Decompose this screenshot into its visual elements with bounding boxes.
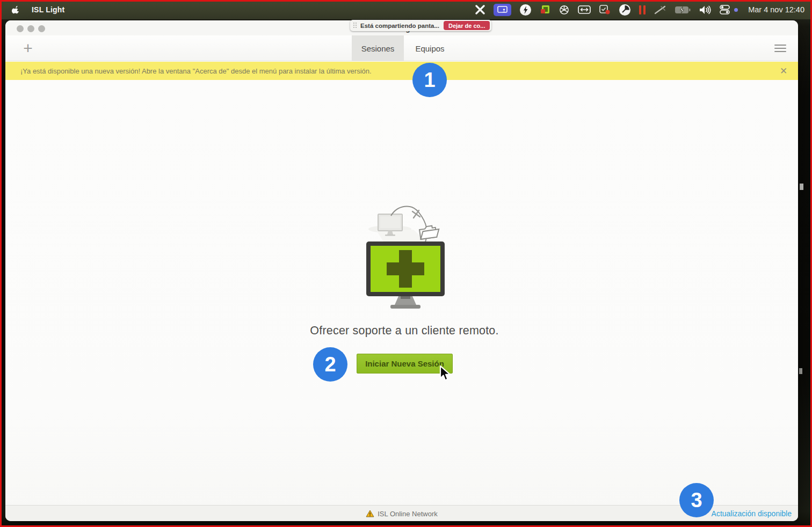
color-app-icon[interactable] (540, 3, 550, 16)
x-tool-icon[interactable] (475, 3, 485, 16)
badge-app-icon[interactable] (599, 3, 611, 16)
main-content: Ofrecer soporte a un cliente remoto. Ini… (5, 80, 798, 505)
apple-menu-icon[interactable] (12, 5, 21, 14)
update-banner: ¡Ya está disponible una nueva versión! A… (5, 62, 798, 80)
remote-support-illustration (360, 204, 462, 311)
update-available-link[interactable]: Actualización disponible (712, 506, 792, 521)
compass-circle-icon[interactable] (619, 3, 631, 16)
toolbar: + Sesiones Equipos (5, 35, 798, 61)
volume-icon[interactable] (699, 3, 712, 16)
slash-icon[interactable] (654, 3, 666, 16)
drag-handle-icon[interactable] (353, 23, 357, 28)
toggles-icon[interactable] (720, 3, 730, 16)
menu-bar-status-area: Mar 4 nov 12:40 (475, 0, 804, 19)
status-dot-icon (734, 8, 738, 12)
openai-icon[interactable] (559, 3, 570, 16)
stop-sharing-button[interactable]: Dejar de co... (444, 21, 490, 30)
menu-bar-clock[interactable]: Mar 4 nov 12:40 (748, 5, 804, 14)
annotation-circle-1: 1 (412, 63, 447, 97)
big-monitor-icon (366, 241, 445, 309)
hamburger-menu-icon[interactable] (774, 43, 786, 54)
lightning-circle-icon[interactable] (519, 3, 532, 16)
warning-triangle-icon (366, 510, 374, 517)
mouse-cursor (438, 365, 453, 384)
screen-sharing-pill[interactable]: Está compartiendo panta... Dejar de co..… (350, 20, 491, 31)
tab-sesiones[interactable]: Sesiones (352, 35, 404, 61)
tab-equipos[interactable]: Equipos (404, 35, 456, 61)
desktop-artifact (799, 368, 802, 374)
tab-bar: Sesiones Equipos (352, 35, 456, 61)
display-arrows-icon[interactable] (578, 3, 591, 16)
battery-charging-icon[interactable] (675, 3, 691, 16)
folder-icon (419, 225, 440, 239)
new-session-tab-button[interactable]: + (18, 39, 38, 58)
annotation-circle-2: 2 (313, 347, 347, 382)
pause-icon[interactable] (639, 3, 646, 16)
page-title: Ofrecer soporte a un cliente remoto. (5, 324, 798, 338)
isl-light-window: ISL Light + Sesiones Equipos ¡Ya está di… (5, 20, 798, 521)
network-status-label: ISL Online Network (378, 510, 438, 518)
update-banner-text: ¡Ya está disponible una nueva versión! A… (20, 67, 372, 75)
sharing-status-label: Está compartiendo panta... (360, 23, 439, 29)
network-status: ISL Online Network (5, 506, 798, 521)
annotation-circle-3: 3 (679, 483, 714, 517)
banner-close-icon[interactable]: ✕ (777, 62, 791, 80)
desktop-artifact (800, 184, 803, 190)
screen-sharing-active-icon[interactable] (494, 4, 511, 16)
macos-menu-bar: ISL Light (0, 0, 812, 19)
active-app-name[interactable]: ISL Light (32, 5, 64, 14)
status-bar: ISL Online Network Actualización disponi… (5, 505, 798, 521)
wrench-icon (412, 210, 420, 218)
